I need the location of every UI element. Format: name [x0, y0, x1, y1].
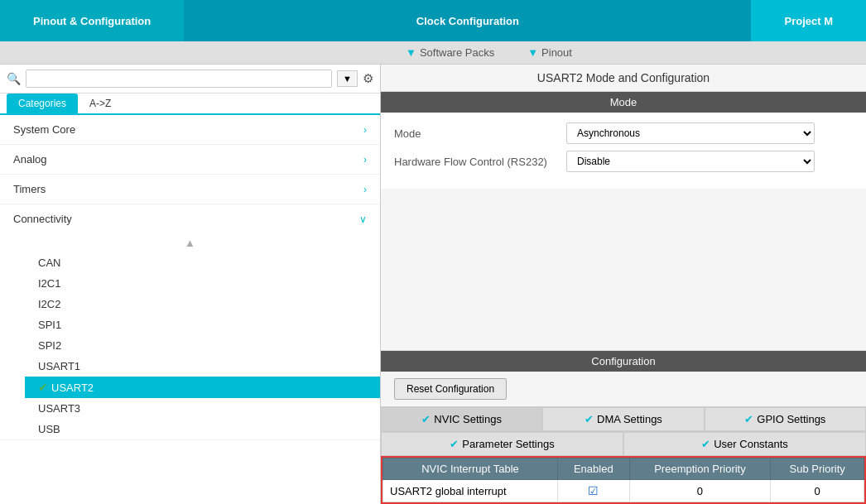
check-icon: ✔ — [744, 413, 753, 425]
tab-parameter-settings[interactable]: ✔ Parameter Settings — [381, 432, 623, 456]
nav-item-usb[interactable]: USB — [25, 419, 380, 439]
nav-item-spi1[interactable]: SPI1 — [25, 314, 380, 335]
row-interrupt-name: USART2 global interrupt — [383, 480, 558, 502]
row-enabled-cell[interactable]: ☑ — [558, 480, 630, 502]
tab-user-constants[interactable]: ✔ User Constants — [623, 432, 866, 456]
table-row: USART2 global interrupt ☑ 0 0 — [383, 480, 864, 502]
nav-item-usart1[interactable]: USART1 — [25, 356, 380, 377]
nav-group-header-system-core[interactable]: System Core › — [0, 115, 380, 144]
col-enabled: Enabled — [558, 458, 630, 480]
chevron-icon: › — [363, 154, 367, 166]
nav-item-usart2[interactable]: ✔ USART2 — [25, 377, 380, 398]
nav-project[interactable]: Project M — [751, 0, 866, 41]
chevron-icon: › — [363, 184, 367, 195]
mode-section: Mode Asynchronous Hardware Flow Control … — [381, 113, 866, 189]
connectivity-items: CAN I2C1 I2C2 SPI1 SPI2 USART1 ✔ USART2 … — [0, 252, 380, 439]
arrow-icon: ▼ — [527, 46, 538, 59]
nav-item-i2c1[interactable]: I2C1 — [25, 273, 380, 294]
nav-item-usart3[interactable]: USART3 — [25, 398, 380, 419]
nav-clock[interactable]: Clock Configuration — [184, 0, 751, 41]
nav-group-timers: Timers › — [0, 175, 380, 204]
mode-row: Mode Asynchronous — [394, 122, 853, 144]
row-preemption-cell: 0 — [629, 480, 771, 502]
check-icon: ✔ — [701, 438, 710, 450]
tab-categories[interactable]: Categories — [7, 94, 78, 113]
row-sub-cell: 0 — [771, 480, 864, 502]
hw-flow-row: Hardware Flow Control (RS232) Disable — [394, 151, 853, 172]
nav-item-can[interactable]: CAN — [25, 252, 380, 273]
sub-nav-pinout[interactable]: ▼ Pinout — [511, 41, 589, 64]
config-actions: Reset Configuration — [381, 372, 866, 406]
sub-nav: ▼ Software Packs ▼ Pinout — [0, 41, 866, 65]
nav-group-header-timers[interactable]: Timers › — [0, 175, 380, 204]
chevron-icon: ∨ — [359, 214, 367, 225]
nav-group-connectivity: Connectivity ∨ ▲ CAN I2C1 I2C2 SPI1 SPI2… — [0, 204, 380, 440]
sidebar: 🔍 ▼ ⚙ Categories A->Z System Core › Anal… — [0, 65, 381, 504]
mode-field-label: Mode — [394, 127, 560, 140]
top-nav: Pinout & Configuration Clock Configurati… — [0, 0, 866, 41]
nav-list: System Core › Analog › Timers › Connecti… — [0, 115, 380, 504]
mode-section-header: Mode — [381, 92, 866, 113]
check-icon: ✔ — [450, 438, 459, 450]
col-sub-priority: Sub Priority — [771, 458, 864, 480]
hw-flow-select[interactable]: Disable — [566, 151, 815, 172]
search-dropdown-button[interactable]: ▼ — [337, 70, 358, 87]
tab-dma-settings[interactable]: ✔ DMA Settings — [542, 407, 704, 431]
check-icon: ✔ — [585, 413, 594, 425]
mode-select[interactable]: Asynchronous — [566, 122, 815, 144]
content-area: USART2 Mode and Configuration Mode Mode … — [381, 65, 866, 504]
config-tabs-row2: ✔ Parameter Settings ✔ User Constants — [381, 431, 866, 456]
search-bar: 🔍 ▼ ⚙ — [0, 65, 380, 94]
checkbox-checked-icon: ☑ — [588, 484, 599, 497]
check-icon: ✔ — [38, 381, 48, 394]
nav-pinout[interactable]: Pinout & Configuration — [0, 0, 184, 41]
gear-button[interactable]: ⚙ — [363, 71, 373, 86]
config-section-header: Configuration — [381, 351, 866, 372]
config-tabs-row1: ✔ NVIC Settings ✔ DMA Settings ✔ GPIO Se… — [381, 406, 866, 431]
nav-group-header-analog[interactable]: Analog › — [0, 145, 380, 174]
hw-flow-label: Hardware Flow Control (RS232) — [394, 156, 560, 168]
tab-nvic-settings[interactable]: ✔ NVIC Settings — [381, 407, 542, 431]
nav-item-spi2[interactable]: SPI2 — [25, 335, 380, 356]
nav-item-i2c2[interactable]: I2C2 — [25, 294, 380, 314]
col-preemption-priority: Preemption Priority — [629, 458, 771, 480]
check-icon: ✔ — [421, 413, 431, 425]
search-input[interactable] — [26, 70, 332, 88]
nav-group-system-core: System Core › — [0, 115, 380, 145]
nvic-table: NVIC Interrupt Table Enabled Preemption … — [382, 458, 864, 502]
sidebar-tab-bar: Categories A->Z — [0, 94, 380, 115]
col-nvic-interrupt-table: NVIC Interrupt Table — [383, 458, 558, 480]
scroll-indicator: ▲ — [0, 233, 380, 252]
reset-config-button[interactable]: Reset Configuration — [394, 378, 507, 400]
nvic-table-area: NVIC Interrupt Table Enabled Preemption … — [381, 456, 866, 504]
arrow-icon: ▼ — [406, 46, 416, 59]
content-title: USART2 Mode and Configuration — [381, 65, 866, 92]
search-icon: 🔍 — [7, 72, 21, 85]
tab-gpio-settings[interactable]: ✔ GPIO Settings — [705, 407, 866, 431]
nav-group-header-connectivity[interactable]: Connectivity ∨ — [0, 204, 380, 233]
config-section: Configuration Reset Configuration ✔ NVIC… — [381, 350, 866, 504]
nav-group-analog: Analog › — [0, 145, 380, 175]
chevron-icon: › — [363, 124, 367, 136]
tab-az[interactable]: A->Z — [78, 94, 123, 113]
sub-nav-software-packs[interactable]: ▼ Software Packs — [389, 41, 511, 64]
main-layout: 🔍 ▼ ⚙ Categories A->Z System Core › Anal… — [0, 65, 866, 504]
